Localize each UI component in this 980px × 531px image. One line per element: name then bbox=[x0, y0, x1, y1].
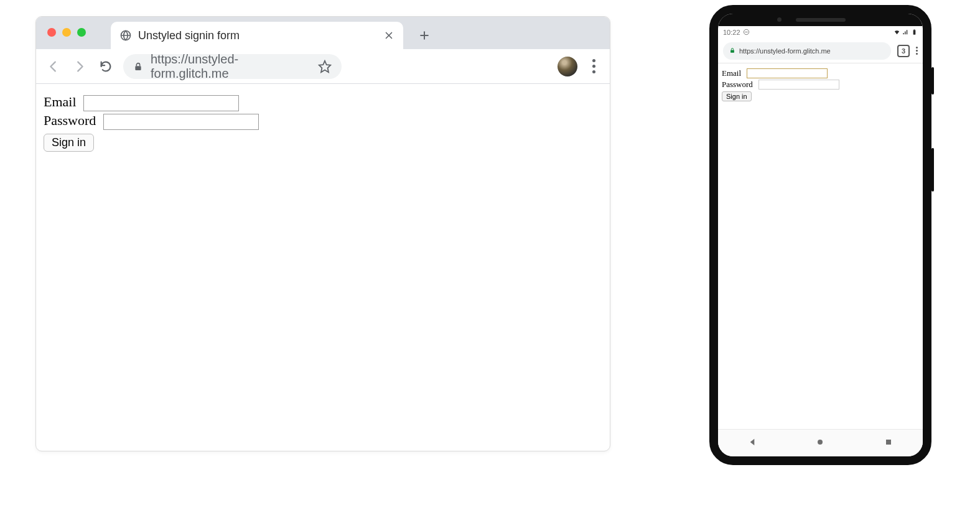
reload-button[interactable] bbox=[97, 58, 114, 75]
tab-strip: Unstyled signin form bbox=[36, 17, 610, 49]
status-time: 10:22 bbox=[723, 29, 740, 36]
forward-button[interactable] bbox=[71, 58, 88, 75]
close-tab-button[interactable] bbox=[383, 30, 394, 41]
android-status-bar: 10:22 bbox=[718, 26, 923, 39]
bookmark-star-icon[interactable] bbox=[318, 60, 332, 73]
mobile-password-row: Password bbox=[722, 80, 919, 90]
mobile-signin-button[interactable]: Sign in bbox=[722, 91, 752, 101]
svg-rect-9 bbox=[913, 30, 916, 34]
mobile-email-label: Email bbox=[722, 68, 741, 78]
mobile-password-label: Password bbox=[722, 80, 753, 89]
android-back-icon[interactable] bbox=[747, 437, 757, 450]
form-actions: Sign in bbox=[44, 134, 602, 152]
svg-rect-13 bbox=[886, 440, 891, 445]
globe-icon bbox=[119, 29, 132, 42]
tab-title: Unstyled signin form bbox=[138, 29, 377, 42]
android-navigation-bar bbox=[718, 429, 923, 456]
browser-tab[interactable]: Unstyled signin form bbox=[111, 22, 403, 49]
mobile-menu-button[interactable] bbox=[916, 47, 918, 55]
mobile-device: 10:22 bbox=[709, 5, 931, 465]
window-controls bbox=[36, 28, 86, 37]
lock-icon bbox=[729, 47, 735, 55]
wifi-icon bbox=[894, 29, 900, 37]
svg-rect-11 bbox=[730, 50, 734, 52]
email-label: Email bbox=[44, 94, 77, 109]
mobile-email-row: Email bbox=[722, 68, 919, 78]
mobile-email-input[interactable] bbox=[747, 68, 828, 78]
browser-menu-button[interactable] bbox=[586, 59, 601, 73]
back-button[interactable] bbox=[45, 58, 62, 75]
new-tab-button[interactable] bbox=[414, 25, 434, 45]
phone-top-bezel bbox=[718, 14, 923, 26]
mobile-browser-toolbar: https://unstyled-form.glitch.me 3 bbox=[718, 39, 923, 63]
browser-toolbar: https://unstyled-form.glitch.me bbox=[36, 49, 610, 84]
mobile-page-viewport: Email Password Sign in bbox=[718, 63, 923, 105]
phone-frame: 10:22 bbox=[709, 5, 931, 465]
phone-volume-button bbox=[931, 148, 934, 192]
svg-point-12 bbox=[818, 440, 823, 445]
tab-switcher-button[interactable]: 3 bbox=[897, 45, 910, 57]
signin-form: Email Password Sign in bbox=[44, 94, 602, 152]
password-row: Password bbox=[44, 113, 602, 130]
mobile-password-input[interactable] bbox=[758, 80, 839, 90]
signin-button[interactable]: Sign in bbox=[44, 134, 94, 152]
mobile-url-text: https://unstyled-form.glitch.me bbox=[739, 47, 885, 55]
minimize-window-button[interactable] bbox=[62, 28, 71, 37]
do-not-disturb-icon bbox=[743, 29, 750, 37]
signal-icon bbox=[902, 29, 909, 37]
lock-icon bbox=[133, 61, 143, 72]
url-text: https://unstyled-form.glitch.me bbox=[151, 52, 310, 81]
android-home-icon[interactable] bbox=[815, 437, 825, 450]
page-viewport: Email Password Sign in bbox=[36, 84, 610, 160]
maximize-window-button[interactable] bbox=[77, 28, 86, 37]
email-input[interactable] bbox=[83, 95, 239, 111]
phone-camera bbox=[777, 17, 782, 22]
phone-power-button bbox=[931, 67, 934, 95]
mobile-address-bar[interactable]: https://unstyled-form.glitch.me bbox=[723, 42, 891, 60]
svg-marker-6 bbox=[319, 60, 330, 72]
close-window-button[interactable] bbox=[47, 28, 56, 37]
mobile-form-actions: Sign in bbox=[722, 91, 919, 101]
password-input[interactable] bbox=[103, 114, 259, 130]
svg-rect-5 bbox=[135, 66, 141, 70]
email-row: Email bbox=[44, 94, 602, 111]
password-label: Password bbox=[44, 113, 96, 128]
svg-rect-10 bbox=[914, 29, 915, 30]
phone-speaker bbox=[796, 18, 846, 22]
mobile-signin-form: Email Password Sign in bbox=[722, 68, 919, 101]
desktop-browser-window: Unstyled signin form bbox=[35, 16, 610, 451]
profile-avatar[interactable] bbox=[558, 57, 577, 76]
android-recents-icon[interactable] bbox=[884, 437, 894, 450]
address-bar[interactable]: https://unstyled-form.glitch.me bbox=[123, 54, 342, 79]
battery-icon bbox=[911, 29, 918, 37]
